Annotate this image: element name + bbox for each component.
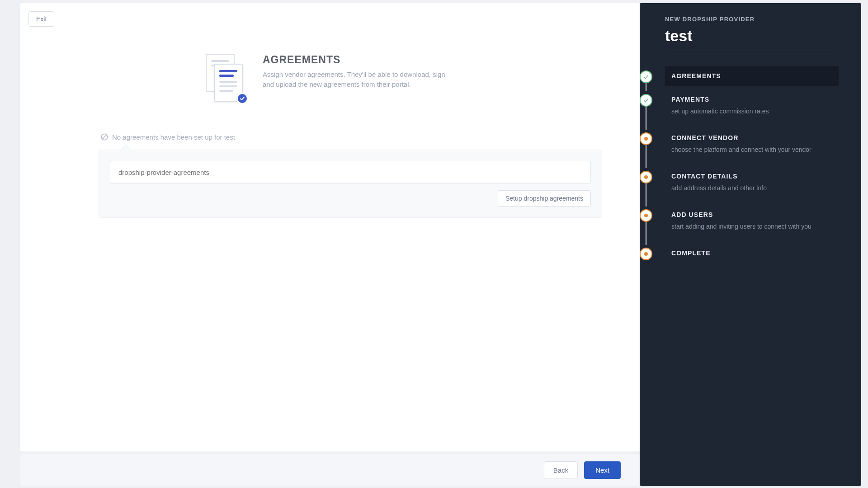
- step-label: PAYMENTS: [671, 96, 831, 103]
- step-complete-icon: [640, 70, 652, 83]
- documents-icon: [203, 54, 246, 103]
- exit-button[interactable]: Exit: [28, 11, 54, 27]
- page-header: AGREEMENTS Assign vendor agreements. The…: [203, 54, 519, 103]
- wizard-steps: AGREEMENTSPAYMENTSset up automatic commi…: [665, 66, 839, 263]
- step-connector: [646, 107, 646, 130]
- back-button[interactable]: Back: [544, 461, 578, 479]
- wizard-step-payments[interactable]: PAYMENTSset up automatic commission rate…: [665, 89, 839, 124]
- step-label: COMPLETE: [671, 249, 831, 257]
- setup-agreements-button[interactable]: Setup dropship agreements: [498, 190, 591, 206]
- step-connector: [646, 83, 646, 91]
- svg-line-1: [103, 135, 107, 139]
- wizard-step-complete[interactable]: COMPLETE: [665, 243, 839, 263]
- step-desc: start adding and inviting users to conne…: [671, 222, 831, 231]
- forbidden-icon: [100, 133, 108, 141]
- wizard-footer: Back Next: [20, 454, 640, 486]
- sidebar-eyebrow: NEW DROPSHIP PROVIDER: [665, 16, 839, 23]
- step-connector: [646, 145, 646, 168]
- header-text: AGREEMENTS Assign vendor agreements. The…: [263, 54, 453, 89]
- wizard-step-agreements[interactable]: AGREEMENTS: [665, 66, 839, 86]
- step-desc: set up automatic commission rates: [671, 107, 831, 116]
- wizard-step-contact-details[interactable]: CONTACT DETAILSadd address details and o…: [665, 166, 839, 201]
- resize-handle-icon: [627, 479, 634, 486]
- sidebar-title: test: [665, 27, 839, 45]
- step-pending-icon: [640, 248, 652, 260]
- step-complete-icon: [640, 94, 652, 107]
- empty-state: No agreements have been set up for test: [100, 133, 235, 141]
- step-label: ADD USERS: [671, 211, 831, 218]
- step-connector: [646, 222, 646, 245]
- step-pending-icon: [640, 171, 652, 183]
- app-root: Exit AGREEMENTS: [0, 0, 868, 488]
- divider: [665, 53, 839, 53]
- empty-state-text: No agreements have been set up for test: [112, 133, 235, 141]
- wizard-step-connect-vendor[interactable]: CONNECT VENDORchoose the platform and co…: [665, 128, 839, 163]
- step-connector: [646, 183, 646, 206]
- main-panel: Exit AGREEMENTS: [20, 3, 640, 451]
- step-pending-icon: [640, 209, 652, 222]
- wizard-step-add-users[interactable]: ADD USERSstart adding and inviting users…: [665, 205, 839, 239]
- card-actions: Setup dropship agreements: [110, 190, 591, 206]
- next-button[interactable]: Next: [584, 461, 621, 479]
- step-label: CONNECT VENDOR: [671, 134, 831, 141]
- step-desc: add address details and other info: [671, 183, 831, 193]
- check-badge-icon: [236, 93, 248, 104]
- agreements-input[interactable]: [110, 161, 591, 184]
- wizard-sidebar: NEW DROPSHIP PROVIDER test AGREEMENTSPAY…: [640, 3, 861, 486]
- step-label: CONTACT DETAILS: [671, 173, 831, 180]
- page-subtitle: Assign vendor agreements. They'll be abl…: [263, 70, 453, 89]
- agreements-card: Setup dropship agreements: [99, 150, 602, 218]
- page-title: AGREEMENTS: [263, 54, 453, 66]
- step-label: AGREEMENTS: [671, 72, 831, 80]
- step-desc: choose the platform and connect with you…: [671, 145, 831, 155]
- step-pending-icon: [640, 132, 652, 145]
